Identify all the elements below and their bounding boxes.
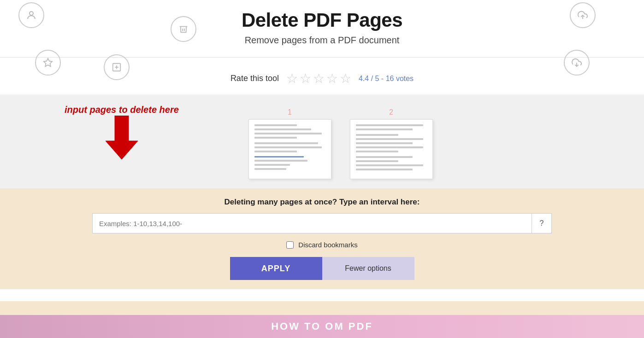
help-button[interactable]: ? xyxy=(532,213,552,233)
rating-label: Rate this tool xyxy=(230,74,279,83)
action-buttons: APPLY Fewer options xyxy=(92,257,552,280)
page-title: Delete PDF Pages xyxy=(0,9,644,31)
pdf-page-preview-2 xyxy=(350,119,433,179)
page-number-2: 2 xyxy=(389,108,393,117)
fewer-options-button[interactable]: Fewer options xyxy=(322,257,414,280)
pdf-page-2: 2 xyxy=(350,108,433,179)
star-rating[interactable]: ☆ ☆ ☆ ☆ ☆ xyxy=(286,71,351,86)
chrome-extension-bar: DeftPDF Chrome Extension? Not now HOW TO… xyxy=(0,301,644,338)
annotation-text: input pages to delete here xyxy=(65,104,179,116)
rating-score: 4.4 / 5 - 16 votes xyxy=(359,75,414,83)
discard-bookmarks-row: Discard bookmarks xyxy=(92,241,552,249)
interval-label: Deleting many pages at once? Type an int… xyxy=(92,198,552,207)
how-to-banner: HOW TO OM PDF xyxy=(0,315,644,338)
rating-section: Rate this tool ☆ ☆ ☆ ☆ ☆ 4.4 / 5 - 16 vo… xyxy=(0,64,644,94)
pdf-page-preview-1 xyxy=(248,119,331,179)
star-4[interactable]: ☆ xyxy=(326,71,338,86)
main-area: input pages to delete here 1 xyxy=(0,94,644,289)
star-1[interactable]: ☆ xyxy=(286,71,298,86)
interval-input[interactable] xyxy=(92,213,532,233)
discard-bookmarks-label: Discard bookmarks xyxy=(298,241,357,249)
pdf-page-1: 1 xyxy=(248,108,331,179)
star-3[interactable]: ☆ xyxy=(313,71,325,86)
discard-bookmarks-checkbox[interactable] xyxy=(286,241,294,249)
bottom-panel: Deleting many pages at once? Type an int… xyxy=(0,188,644,289)
star-2[interactable]: ☆ xyxy=(300,71,311,86)
how-to-banner-text: HOW TO OM PDF xyxy=(271,321,373,332)
page-number-1: 1 xyxy=(288,108,292,117)
svg-marker-8 xyxy=(106,116,138,159)
annotation: input pages to delete here xyxy=(65,104,179,162)
section-divider xyxy=(0,57,644,58)
interval-input-row: ? xyxy=(92,213,552,233)
apply-button[interactable]: APPLY xyxy=(230,257,322,280)
annotation-arrow xyxy=(101,116,142,162)
header-section: Delete PDF Pages Remove pages from a PDF… xyxy=(0,0,644,50)
page-subtitle: Remove pages from a PDF document xyxy=(0,35,644,46)
star-5[interactable]: ☆ xyxy=(340,71,351,86)
